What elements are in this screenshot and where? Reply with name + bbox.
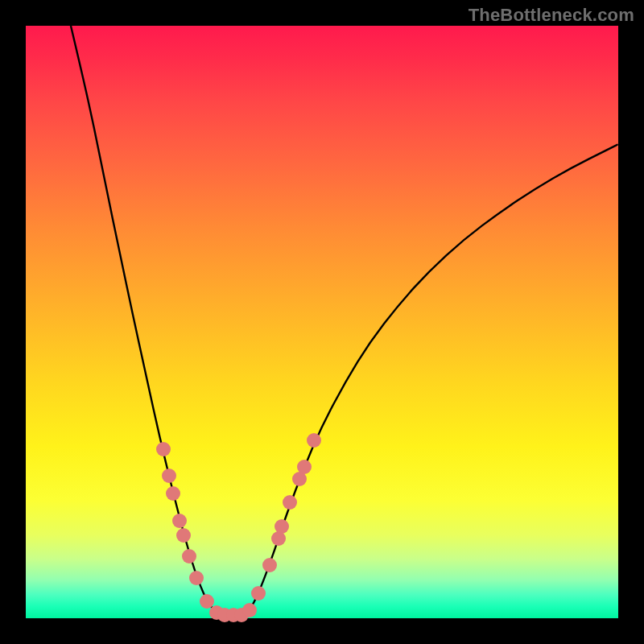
data-marker [251, 586, 266, 601]
data-marker [166, 486, 180, 501]
data-marker [307, 433, 321, 448]
data-marker [172, 514, 187, 528]
watermark-text: TheBottleneck.com [469, 5, 634, 26]
data-marker [176, 528, 191, 543]
plot-area [26, 26, 618, 618]
data-marker [189, 571, 204, 585]
bottleneck-curve [26, 26, 618, 618]
data-marker [262, 558, 277, 572]
data-marker [275, 519, 289, 534]
chart-frame: TheBottleneck.com [0, 0, 644, 644]
curve-path [71, 26, 618, 615]
data-marker [182, 549, 196, 564]
data-marker [156, 442, 171, 456]
data-marker [242, 603, 257, 617]
